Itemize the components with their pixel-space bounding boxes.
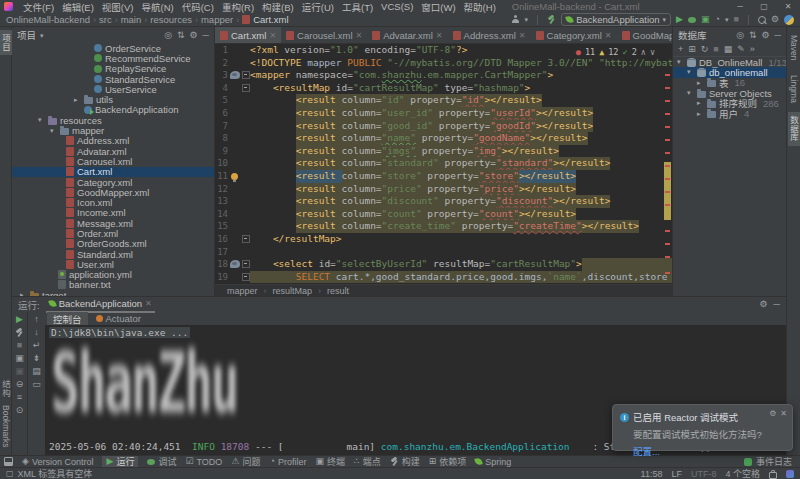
notification-action-link[interactable]: 配置... xyxy=(633,444,785,458)
code-line-2[interactable]: 2<!DOCTYPE mapper PUBLIC "-//mybatis.org… xyxy=(215,57,672,70)
tool-window-button-运行[interactable]: ▶运行 xyxy=(102,456,138,468)
edit-icon[interactable]: ✎ xyxy=(737,45,745,54)
fold-marker-icon[interactable] xyxy=(242,71,250,79)
code-line-3[interactable]: 3<mapper namespace="com.shanzhu.em.mappe… xyxy=(215,69,672,82)
close-button[interactable]: ✕ xyxy=(776,0,800,13)
file-encoding[interactable]: UTF-8 xyxy=(691,469,717,479)
project-item-BackendApplication[interactable]: BackendApplication xyxy=(12,105,214,115)
tool-window-button-构建[interactable]: 构建 xyxy=(390,456,420,468)
print-icon[interactable]: ▤ xyxy=(32,367,41,376)
scroll-end-icon[interactable]: ⇟ xyxy=(33,354,41,363)
run-session-tab[interactable]: BackendApplication ✕ xyxy=(46,296,155,313)
settings-icon[interactable]: ⚙ xyxy=(769,410,776,418)
lock-icon[interactable] xyxy=(769,472,777,479)
code-line-13[interactable]: 13 <result column="discount" property="d… xyxy=(215,195,672,208)
project-item-Order.xml[interactable]: Order.xml xyxy=(12,228,214,238)
minimize-button[interactable]: ─ xyxy=(728,0,752,13)
error-stripe-mark[interactable] xyxy=(665,256,670,258)
tool-window-switcher-icon[interactable] xyxy=(4,457,13,466)
exit-icon[interactable]: ⊖ xyxy=(16,380,24,389)
tree-toggle-icon[interactable]: ▾ xyxy=(38,116,45,124)
close-icon[interactable]: ✕ xyxy=(436,31,443,40)
more-icon[interactable]: » xyxy=(750,45,755,54)
breadcrumb-item[interactable]: mapper xyxy=(201,14,233,25)
editor-tab-Address.xml[interactable]: Address.xml✕ xyxy=(448,27,531,43)
close-icon[interactable]: ✕ xyxy=(780,410,787,418)
chevron-down-icon[interactable]: ▾ xyxy=(40,32,44,39)
settings-icon[interactable]: ⚙ xyxy=(771,15,779,24)
stop-icon[interactable]: ■ xyxy=(17,341,22,350)
caret-position[interactable]: 11:58 xyxy=(641,469,663,479)
down-icon[interactable]: ↓ xyxy=(34,328,39,337)
tool-strip-tab-lingma[interactable]: Lingma xyxy=(789,71,799,107)
project-item-ReplayService[interactable]: ReplayService xyxy=(12,64,214,74)
settings-icon[interactable]: ⚙ xyxy=(190,31,198,40)
console-tab-控制台[interactable]: 控制台 xyxy=(47,312,88,325)
project-item-Icon.xml[interactable]: Icon.xml xyxy=(12,197,214,207)
tool-window-button-Version Control[interactable]: ◈Version Control xyxy=(22,456,93,468)
stop-icon[interactable]: ■ xyxy=(713,45,718,54)
code-line-10[interactable]: 10 <result column="standard" property="s… xyxy=(215,157,672,170)
tree-toggle-icon[interactable]: ▸ xyxy=(697,99,704,107)
tree-toggle-icon[interactable]: ▸ xyxy=(697,79,704,87)
fold-marker-icon[interactable] xyxy=(242,84,250,92)
stop-icon[interactable]: ■ xyxy=(733,15,738,24)
fold-marker-icon[interactable] xyxy=(242,273,250,281)
settings-icon[interactable]: ⚙ xyxy=(760,300,768,309)
error-stripe-mark[interactable] xyxy=(665,74,670,76)
profiler-icon[interactable]: ◔ xyxy=(715,15,720,24)
plugin-icon[interactable] xyxy=(786,470,794,478)
locate-icon[interactable]: ◎ xyxy=(164,31,172,40)
refresh-icon[interactable]: ↻ xyxy=(701,45,709,54)
project-item-banner.txt[interactable]: banner.txt xyxy=(12,280,214,290)
db-item-用户[interactable]: ▸用户4 xyxy=(673,108,786,118)
hide-icon[interactable]: ─ xyxy=(775,31,781,40)
user-icon[interactable] xyxy=(512,15,520,24)
table-icon[interactable]: ▦ xyxy=(724,45,733,54)
project-item-Advatar.xml[interactable]: Advatar.xml xyxy=(12,146,214,156)
settings-icon[interactable]: ⚙ xyxy=(762,31,770,40)
tool-window-button-Spring[interactable]: Spring xyxy=(475,456,511,468)
code-line-6[interactable]: 6 <result column="user_id" property="use… xyxy=(215,107,672,120)
coverage-icon[interactable]: ▣ xyxy=(701,15,710,24)
tool-window-button-端点[interactable]: ∴端点 xyxy=(354,456,381,468)
hammer-icon[interactable] xyxy=(547,15,556,24)
project-item-GoodMapper.xml[interactable]: GoodMapper.xml xyxy=(12,187,214,197)
code-line-14[interactable]: 14 <result column="count" property="coun… xyxy=(215,208,672,221)
project-item-Standard.xml[interactable]: Standard.xml xyxy=(12,249,214,259)
rerun-icon[interactable]: ▶ xyxy=(16,315,23,324)
editor-breadcrumb-item[interactable]: mapper xyxy=(227,286,258,296)
tool-strip-tab-数据库[interactable]: 数据库 xyxy=(788,112,800,146)
tree-toggle-icon[interactable]: ▸ xyxy=(74,96,81,104)
project-item-RecommendService[interactable]: RecommendService xyxy=(12,53,214,63)
close-icon[interactable]: ✕ xyxy=(269,31,276,40)
hide-icon[interactable]: ─ xyxy=(203,31,209,40)
tool-window-button-Profiler[interactable]: ◔Profiler xyxy=(269,456,306,468)
tree-toggle-icon[interactable]: ▾ xyxy=(50,127,57,135)
code-line-17[interactable]: 17 xyxy=(215,246,672,259)
tool-window-button-问题[interactable]: ⚠问题 xyxy=(231,456,260,468)
breadcrumb-item[interactable]: src xyxy=(99,14,112,25)
error-stripe-mark[interactable] xyxy=(665,100,670,102)
hide-icon[interactable]: ─ xyxy=(774,300,780,309)
tree-toggle-icon[interactable]: ▾ xyxy=(687,89,694,97)
avatar[interactable] xyxy=(784,15,794,25)
locate-icon[interactable]: ◎ xyxy=(736,31,744,40)
tree-toggle-icon[interactable]: ▸ xyxy=(697,110,704,118)
tool-window-button-依赖项[interactable]: ⊞依赖项 xyxy=(429,456,467,468)
code-line-4[interactable]: 4 <resultMap id="cartResultMap" type="ha… xyxy=(215,82,672,95)
db-item-db_onlinemall[interactable]: ▾db_onlinemall xyxy=(673,67,786,77)
project-item-OrderGoods.xml[interactable]: OrderGoods.xml xyxy=(12,239,214,249)
project-item-UserService[interactable]: UserService xyxy=(12,84,214,94)
run-icon[interactable]: ▶ xyxy=(676,15,683,24)
debug-icon[interactable] xyxy=(688,17,696,23)
menu-item[interactable]: 窗口(W) xyxy=(421,0,455,14)
menu-item[interactable]: 运行(U) xyxy=(302,0,334,14)
editor-tab-Carousel.xml[interactable]: Carousel.xml✕ xyxy=(281,27,367,43)
tool-window-button-调试[interactable]: 调试 xyxy=(147,456,176,468)
fold-marker-icon[interactable] xyxy=(242,260,250,268)
project-item-Carousel.xml[interactable]: Carousel.xml xyxy=(12,156,214,166)
collapse-all-icon[interactable]: ⇅ xyxy=(177,31,185,40)
up-icon[interactable]: ↑ xyxy=(34,315,39,324)
project-item-utils[interactable]: ▸utils xyxy=(12,94,214,104)
